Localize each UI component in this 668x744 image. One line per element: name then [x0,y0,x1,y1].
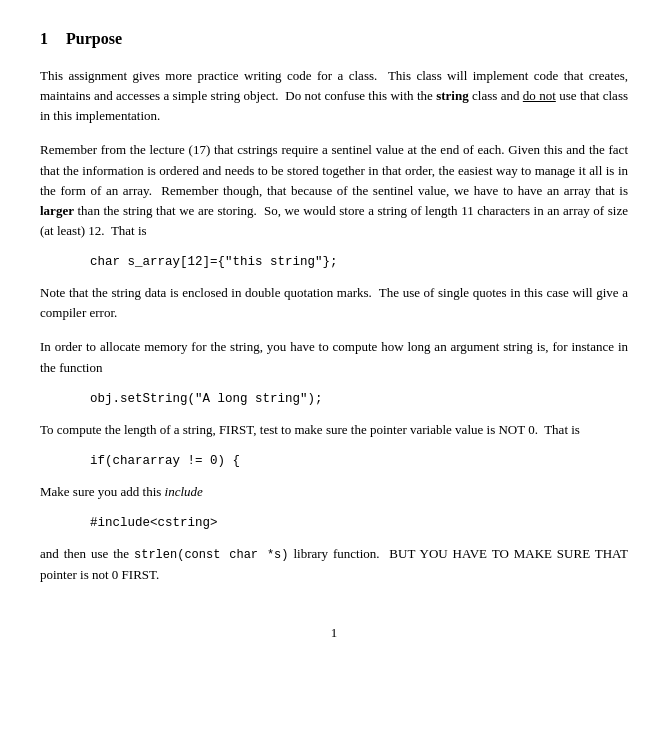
section-title: Purpose [66,30,122,48]
page-number: 1 [40,625,628,641]
paragraph-6: Make sure you add this include [40,482,628,502]
bold-larger: larger [40,203,74,218]
paragraph-7: and then use the strlen(const char *s) l… [40,544,628,585]
section-heading: 1 Purpose [40,30,628,48]
paragraph-2: Remember from the lecture (17) that cstr… [40,140,628,241]
page: 1 Purpose This assignment gives more pra… [0,0,668,744]
code-block-3: if(chararray != 0) { [90,454,628,468]
section-number: 1 [40,30,48,48]
paragraph-5: To compute the length of a string, FIRST… [40,420,628,440]
italic-include: include [165,484,203,499]
paragraph-1: This assignment gives more practice writ… [40,66,628,126]
code-block-1: char s_array[12]={"this string"}; [90,255,628,269]
code-block-2: obj.setString("A long string"); [90,392,628,406]
underline-donot: do not [523,88,556,103]
code-strlen: strlen(const char *s) [134,548,289,562]
code-block-4: #include<cstring> [90,516,628,530]
bold-standard: string [436,88,469,103]
paragraph-3: Note that the string data is enclosed in… [40,283,628,323]
paragraph-4: In order to allocate memory for the stri… [40,337,628,377]
